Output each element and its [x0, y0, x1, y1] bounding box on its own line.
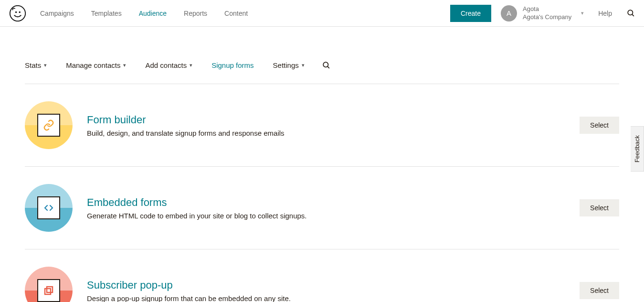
subnav-label: Settings [273, 61, 299, 69]
subnav-add-contacts[interactable]: Add contacts ▾ [145, 61, 192, 69]
top-header: Campaigns Templates Audience Reports Con… [0, 0, 644, 27]
embedded-forms-item: Embedded forms Generate HTML code to emb… [25, 167, 619, 249]
item-desc: Design a pop-up signup form that can be … [87, 294, 565, 302]
svg-point-5 [323, 62, 328, 67]
svg-point-2 [19, 11, 21, 12]
svg-line-6 [327, 66, 329, 68]
audience-subnav: Stats ▾ Manage contacts ▾ Add contacts ▾… [25, 47, 619, 84]
select-button[interactable]: Select [580, 282, 619, 299]
svg-line-4 [632, 14, 634, 16]
subnav-settings[interactable]: Settings ▾ [273, 61, 305, 69]
subnav-label: Add contacts [145, 61, 187, 69]
primary-nav: Campaigns Templates Audience Reports Con… [40, 10, 248, 17]
item-desc: Build, design, and translate signup form… [87, 129, 565, 137]
code-icon [25, 184, 73, 232]
subnav-stats[interactable]: Stats ▾ [25, 61, 47, 69]
user-info: Agota Agota's Company [523, 5, 571, 22]
select-button[interactable]: Select [580, 199, 619, 216]
mailchimp-logo[interactable] [9, 4, 27, 22]
user-menu[interactable]: A Agota Agota's Company ▾ [501, 5, 584, 22]
svg-rect-8 [45, 289, 51, 294]
chevron-down-icon: ▾ [302, 62, 305, 68]
svg-point-3 [628, 10, 633, 15]
subnav-label: Signup forms [211, 61, 253, 69]
svg-point-1 [15, 11, 17, 12]
svg-rect-7 [47, 287, 53, 292]
item-title[interactable]: Embedded forms [87, 196, 565, 209]
search-icon[interactable] [322, 61, 331, 70]
chevron-down-icon: ▾ [44, 62, 47, 68]
form-builder-item: Form builder Build, design, and translat… [25, 84, 619, 167]
subnav-signup-forms[interactable]: Signup forms [211, 61, 253, 69]
user-name: Agota [523, 5, 571, 13]
subnav-manage-contacts[interactable]: Manage contacts ▾ [66, 61, 126, 69]
chevron-down-icon: ▾ [190, 62, 192, 68]
subscriber-popup-item: Subscriber pop-up Design a pop-up signup… [25, 249, 619, 302]
signup-forms-list: Form builder Build, design, and translat… [0, 84, 644, 302]
item-desc: Generate HTML code to embed in your site… [87, 212, 565, 220]
select-button[interactable]: Select [580, 117, 619, 134]
svg-point-0 [10, 5, 25, 21]
item-title[interactable]: Subscriber pop-up [87, 279, 565, 291]
link-icon [25, 101, 73, 149]
popup-icon [25, 267, 73, 302]
chevron-down-icon: ▾ [123, 62, 126, 68]
help-link[interactable]: Help [598, 10, 612, 17]
create-button[interactable]: Create [450, 5, 491, 22]
item-title[interactable]: Form builder [87, 114, 565, 126]
nav-content[interactable]: Content [224, 10, 248, 17]
nav-templates[interactable]: Templates [91, 10, 122, 17]
user-company: Agota's Company [523, 13, 571, 22]
feedback-tab[interactable]: Feedback [631, 126, 644, 172]
nav-audience[interactable]: Audience [139, 10, 167, 17]
nav-reports[interactable]: Reports [184, 10, 207, 17]
nav-campaigns[interactable]: Campaigns [40, 10, 74, 17]
header-right: Create A Agota Agota's Company ▾ Help [450, 5, 635, 22]
subnav-label: Manage contacts [66, 61, 120, 69]
subnav-label: Stats [25, 61, 41, 69]
chevron-down-icon: ▾ [581, 10, 584, 16]
avatar: A [501, 5, 517, 22]
search-icon[interactable] [626, 9, 635, 18]
